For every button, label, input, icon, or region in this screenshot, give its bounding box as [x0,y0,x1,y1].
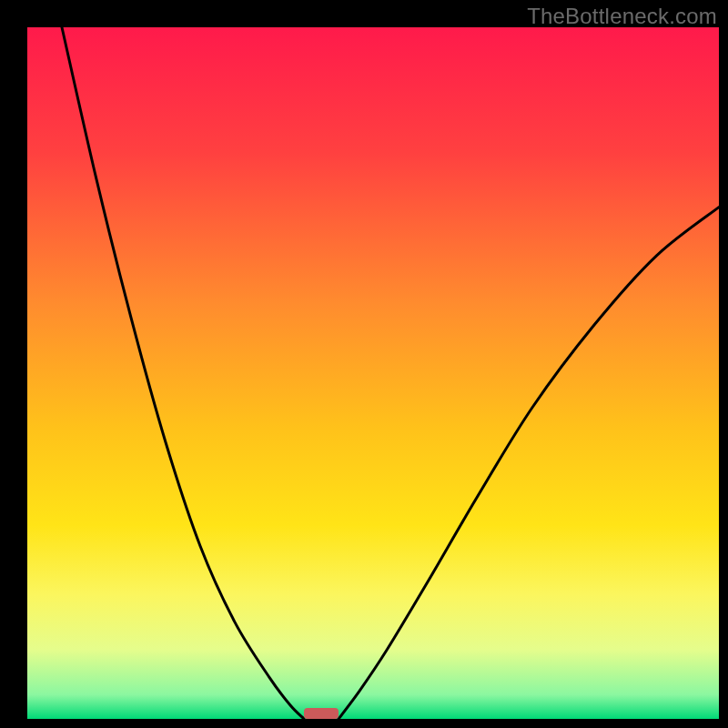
watermark-text: TheBottleneck.com [527,4,717,29]
plot-background [27,27,719,719]
bottleneck-chart [0,0,728,728]
highlight-bar [304,708,339,719]
chart-frame: TheBottleneck.com [0,0,728,728]
